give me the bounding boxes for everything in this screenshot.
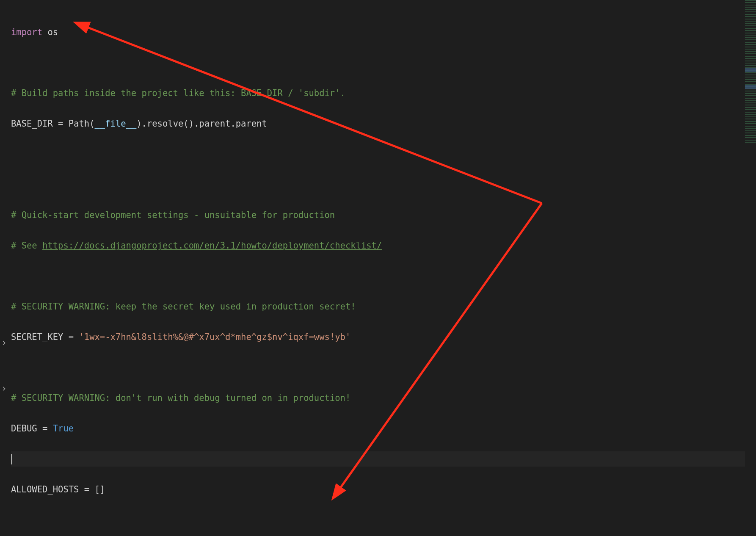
code-line-blank [11, 268, 745, 284]
comment: # Build paths inside the project like th… [11, 88, 345, 98]
minimap-region [745, 68, 756, 72]
bool-true: True [53, 423, 74, 434]
comment: # SECURITY WARNING: don't run with debug… [11, 393, 350, 403]
code-line: BASE_DIR = Path(__file__).resolve().pare… [11, 116, 745, 131]
code-line-blank [11, 360, 745, 375]
code-line-blank [11, 512, 745, 528]
code-line: # Build paths inside the project like th… [11, 86, 745, 101]
dunder-file: __file__ [94, 119, 136, 129]
fold-toggle[interactable] [0, 335, 8, 351]
secret-key-string: '1wx=-x7hn&l8slith%&@#^x7ux^d*mhe^gz$nv^… [79, 332, 350, 342]
minimap[interactable] [745, 0, 756, 144]
code-line: SECRET_KEY = '1wx=-x7hn&l8slith%&@#^x7ux… [11, 329, 745, 345]
fold-toggle[interactable] [0, 381, 8, 396]
comment: # SECURITY WARNING: keep the secret key … [11, 301, 356, 312]
doc-link[interactable]: https://docs.djangoproject.com/en/3.1/ho… [42, 240, 382, 251]
code-line: # See https://docs.djangoproject.com/en/… [11, 238, 745, 253]
code-editor[interactable]: import os # Build paths inside the proje… [0, 0, 745, 536]
code-line: # SECURITY WARNING: keep the secret key … [11, 299, 745, 314]
code-line-blank [11, 146, 745, 162]
code-line: # Quick-start development settings - uns… [11, 207, 745, 223]
keyword-import: import [11, 27, 42, 37]
chevron-right-icon [1, 386, 7, 392]
minimap-region [745, 85, 756, 89]
code-line: DEBUG = True [11, 421, 745, 436]
code-line[interactable]: import os [11, 25, 745, 40]
code-line: # SECURITY WARNING: don't run with debug… [11, 390, 745, 406]
code-line-blank [11, 55, 745, 70]
chevron-right-icon [1, 340, 7, 346]
comment: # Quick-start development settings - uns… [11, 210, 335, 220]
code-line: ALLOWED_HOSTS = [] [11, 482, 745, 497]
text-cursor [11, 454, 12, 464]
code-line-cursor[interactable] [11, 451, 745, 467]
module-os: os [42, 27, 58, 37]
code-line-blank [11, 177, 745, 192]
